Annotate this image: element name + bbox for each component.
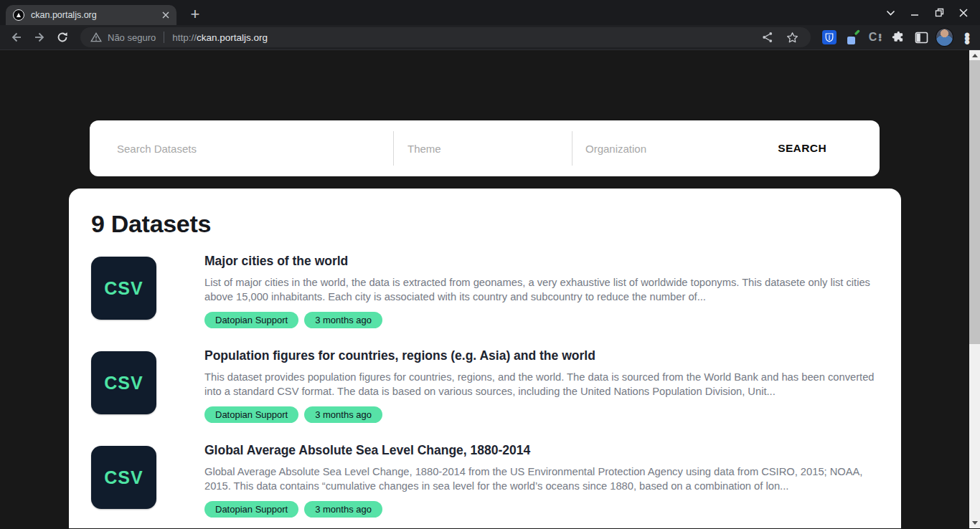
extensions-area: C●●● ●●● (818, 29, 979, 47)
dataset-search-bar: SEARCH (90, 120, 880, 176)
dataset-description: This dataset provides population figures… (204, 370, 879, 399)
bitwarden-extension-icon[interactable] (821, 29, 839, 47)
dataset-list-item: CSV Population figures for countries, re… (91, 351, 879, 423)
dataset-tag-badge[interactable]: Datopian Support (204, 312, 298, 328)
profile-avatar[interactable] (936, 29, 953, 47)
dataset-title-link[interactable]: Global Average Absolute Sea Level Change… (204, 443, 879, 458)
datasets-results-card: 9 Datasets CSV Major cities of the world… (69, 189, 901, 528)
restore-window-button[interactable] (927, 0, 951, 25)
dataset-item-body: Population figures for countries, region… (204, 348, 879, 423)
dataset-description: Global Average Absolute Sea Level Change… (204, 464, 879, 493)
close-window-button[interactable] (951, 0, 976, 25)
minimize-button[interactable] (903, 0, 927, 25)
dataset-list-item: CSV Global Average Absolute Sea Level Ch… (91, 446, 879, 518)
dataset-item-body: Global Average Absolute Sea Level Change… (204, 443, 879, 518)
address-bar[interactable]: Não seguro http://ckan.portaljs.org (80, 27, 811, 47)
back-button[interactable] (7, 28, 26, 47)
site-favicon-icon (13, 9, 24, 21)
dataset-tag-badge[interactable]: 3 months ago (304, 501, 382, 518)
omnibox-divider (164, 32, 164, 43)
dataset-item-body: Major cities of the world List of major … (204, 254, 879, 328)
url-text[interactable]: http://ckan.portaljs.org (172, 32, 752, 43)
dataset-badges: Datopian Support3 months ago (204, 406, 879, 423)
scroll-down-arrow[interactable] (969, 518, 980, 528)
tab-title: ckan.portaljs.org (31, 10, 159, 20)
browser-toolbar: Não seguro http://ckan.portaljs.org (0, 25, 980, 50)
dataset-format-label: CSV (104, 467, 143, 488)
browser-tab[interactable]: ckan.portaljs.org (6, 5, 176, 25)
scroll-up-arrow[interactable] (969, 50, 980, 61)
dataset-description: List of major cities in the world, the d… (204, 275, 879, 304)
dataset-format-label: CSV (104, 373, 143, 394)
search-datasets-input[interactable] (116, 142, 371, 156)
url-host: ckan.portaljs.org (197, 32, 268, 43)
page-scrollbar (969, 50, 980, 528)
dataset-tag-badge[interactable]: 3 months ago (304, 406, 382, 423)
forward-button[interactable] (30, 28, 49, 47)
window-menu-chevron-icon[interactable] (878, 0, 903, 25)
browser-tab-strip: ckan.portaljs.org + (0, 0, 980, 25)
side-panel-icon[interactable] (913, 29, 930, 47)
search-datasets-field (90, 120, 393, 176)
tab-close-icon[interactable] (159, 9, 172, 22)
search-button[interactable]: SEARCH (773, 141, 831, 156)
dataset-title-link[interactable]: Major cities of the world (204, 254, 879, 269)
page-content: SEARCH 9 Datasets CSV Major cities of th… (0, 50, 980, 528)
datasets-count-heading: 9 Datasets (91, 210, 879, 238)
organization-field (572, 120, 880, 176)
dataset-tag-badge[interactable]: 3 months ago (304, 312, 382, 328)
dataset-format-tile: CSV (91, 351, 156, 414)
security-status-label[interactable]: Não seguro (108, 32, 156, 43)
dataset-tag-badge[interactable]: Datopian Support (204, 501, 298, 518)
theme-input[interactable] (406, 142, 559, 156)
dataset-list: CSV Major cities of the world List of ma… (91, 257, 879, 528)
dataset-tag-badge[interactable]: Datopian Support (204, 406, 298, 423)
dataset-format-tile: CSV (91, 257, 156, 320)
new-tab-button[interactable]: + (185, 4, 205, 24)
browser-menu-kebab-icon[interactable]: ●●● (958, 29, 976, 47)
dataset-title-link[interactable]: Population figures for countries, region… (204, 348, 879, 363)
colorzilla-extension-icon[interactable]: C●●● (867, 29, 885, 47)
dataset-format-tile: CSV (91, 446, 156, 509)
reload-button[interactable] (53, 28, 72, 47)
not-secure-warning-icon (90, 32, 102, 42)
dataset-badges: Datopian Support3 months ago (204, 501, 879, 518)
bookmark-star-icon[interactable] (783, 29, 801, 46)
share-button[interactable] (759, 29, 776, 46)
url-scheme: http:// (172, 32, 197, 43)
dataset-badges: Datopian Support3 months ago (204, 312, 879, 328)
window-controls (878, 0, 976, 25)
scrollbar-thumb[interactable] (969, 60, 980, 344)
extensions-puzzle-icon[interactable] (890, 29, 908, 47)
theme-field (393, 120, 572, 176)
dataset-list-item: CSV Major cities of the world List of ma… (91, 257, 879, 328)
dataset-format-label: CSV (104, 278, 143, 299)
eyedropper-extension-icon[interactable] (844, 29, 862, 47)
